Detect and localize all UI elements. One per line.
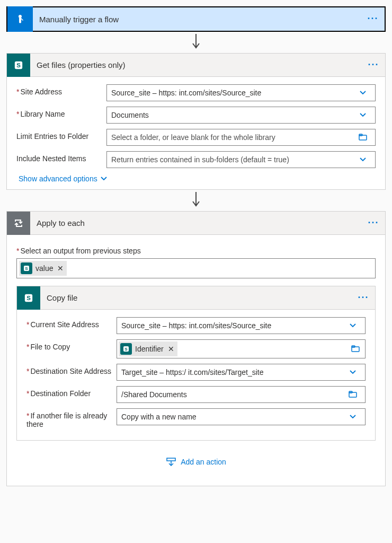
loop-icon (7, 212, 30, 235)
manual-trigger-icon (7, 6, 33, 32)
get-files-title: Get files (properties only) (30, 60, 362, 69)
copy-file-header[interactable]: Copy file ··· (17, 286, 375, 310)
library-name-label: Library Name (16, 107, 106, 118)
connector-arrow (6, 190, 386, 211)
if-exists-dropdown[interactable]: Copy with a new name (117, 408, 366, 425)
if-exists-label: If another file is already there (26, 408, 117, 428)
sharepoint-icon (21, 262, 32, 274)
apply-to-each-header[interactable]: Apply to each ··· (7, 212, 385, 235)
current-site-label: Current Site Address (26, 317, 117, 329)
get-files-header[interactable]: Get files (properties only) ··· (7, 54, 385, 77)
copy-file-menu[interactable]: ··· (352, 294, 375, 302)
chevron-down-icon (345, 370, 361, 374)
current-site-dropdown[interactable]: Source_site – https: int.com/sites/Sourc… (117, 317, 366, 334)
output-select-input[interactable]: value ✕ (16, 258, 376, 278)
trigger-card[interactable]: Manually trigger a flow ··· (6, 6, 386, 32)
chevron-down-icon (355, 157, 371, 162)
chevron-down-icon (345, 323, 361, 328)
value-token[interactable]: value ✕ (19, 261, 67, 276)
site-address-label: Site Address (16, 84, 106, 96)
include-nested-label: Include Nested Items (16, 151, 106, 163)
dest-site-label: Destination Site Address (26, 364, 117, 375)
identifier-token[interactable]: Identifier ✕ (119, 341, 177, 356)
limit-folder-label: Limit Entries to Folder (16, 129, 106, 141)
trigger-title: Manually trigger a flow (33, 15, 361, 24)
dest-site-dropdown[interactable]: Target_site – https:/ it.com/sites/Targe… (117, 364, 366, 381)
get-files-menu[interactable]: ··· (362, 61, 385, 69)
folder-icon (348, 345, 363, 353)
apply-to-each-title: Apply to each (30, 218, 362, 227)
include-nested-dropdown[interactable]: Return entries contained in sub-folders … (106, 151, 376, 168)
limit-folder-picker[interactable]: Select a folder, or leave blank for the … (106, 129, 376, 146)
svg-rect-6 (167, 458, 175, 461)
apply-to-each-menu[interactable]: ··· (362, 219, 385, 227)
chevron-down-icon (355, 113, 371, 117)
site-address-dropdown[interactable]: Source_site – https: int.com/sites/Sourc… (106, 84, 376, 101)
connector-arrow (6, 32, 386, 53)
apply-to-each-card: Apply to each ··· Select an output from … (6, 211, 386, 486)
dest-folder-label: Destination Folder (26, 386, 117, 398)
remove-token-icon[interactable]: ✕ (168, 345, 174, 353)
folder-icon (355, 133, 371, 142)
folder-icon (345, 390, 361, 399)
copy-file-title: Copy file (40, 293, 352, 302)
output-select-label: Select an output from previous steps (16, 247, 376, 255)
file-to-copy-input[interactable]: Identifier ✕ (117, 339, 366, 358)
show-advanced-link[interactable]: Show advanced options (19, 174, 376, 183)
add-action-icon (166, 457, 176, 467)
file-to-copy-label: File to Copy (26, 339, 117, 351)
sharepoint-icon (120, 343, 132, 355)
sharepoint-icon (7, 54, 30, 77)
chevron-down-icon (345, 415, 361, 419)
remove-token-icon[interactable]: ✕ (57, 264, 64, 273)
library-name-dropdown[interactable]: Documents (106, 107, 376, 124)
get-files-card: Get files (properties only) ··· Site Add… (6, 53, 386, 190)
sharepoint-icon (17, 286, 40, 310)
trigger-menu[interactable]: ··· (361, 15, 385, 23)
chevron-down-icon (355, 91, 371, 95)
add-action-button[interactable]: Add an action (166, 457, 226, 467)
dest-folder-picker[interactable]: /Shared Documents (117, 386, 366, 403)
copy-file-card: Copy file ··· Current Site Address Sourc… (16, 286, 376, 441)
